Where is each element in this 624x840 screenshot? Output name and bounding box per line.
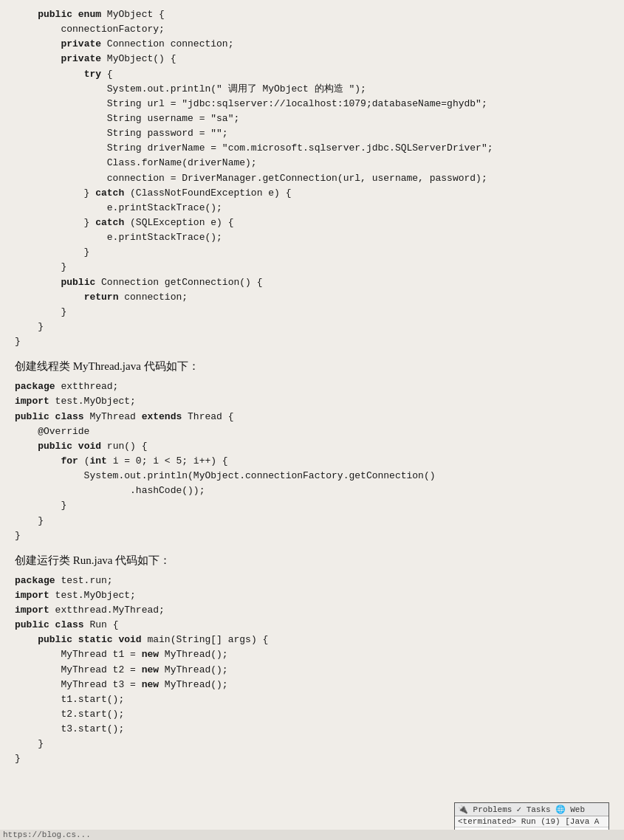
code-run: package test.run; import test.MyObject; … bbox=[15, 574, 447, 767]
console-toolbar: 🔌 Problems ✓ Tasks 🌐 Web bbox=[455, 803, 608, 816]
section-header-mythread: 创建线程类 MyThread.java 代码如下： bbox=[15, 359, 609, 373]
console-terminated-line: <terminated> Run (19) [Java A bbox=[455, 816, 608, 827]
code-mythread: package extthread; import test.MyObject;… bbox=[15, 379, 609, 543]
problems-tab[interactable]: 🔌 Problems bbox=[458, 805, 512, 814]
code-myobject-top: public enum MyObject { connectionFactory… bbox=[15, 7, 609, 349]
section-header-run: 创建运行类 Run.java 代码如下： bbox=[15, 554, 609, 568]
main-layout: package test.run; import test.MyObject; … bbox=[15, 574, 609, 840]
tasks-tab[interactable]: ✓ Tasks bbox=[516, 805, 550, 814]
page-container: public enum MyObject { connectionFactory… bbox=[15, 7, 609, 840]
web-tab[interactable]: 🌐 Web bbox=[555, 805, 585, 814]
code-area: package test.run; import test.MyObject; … bbox=[15, 574, 447, 840]
url-bar: https://blog.cs... bbox=[0, 830, 624, 840]
